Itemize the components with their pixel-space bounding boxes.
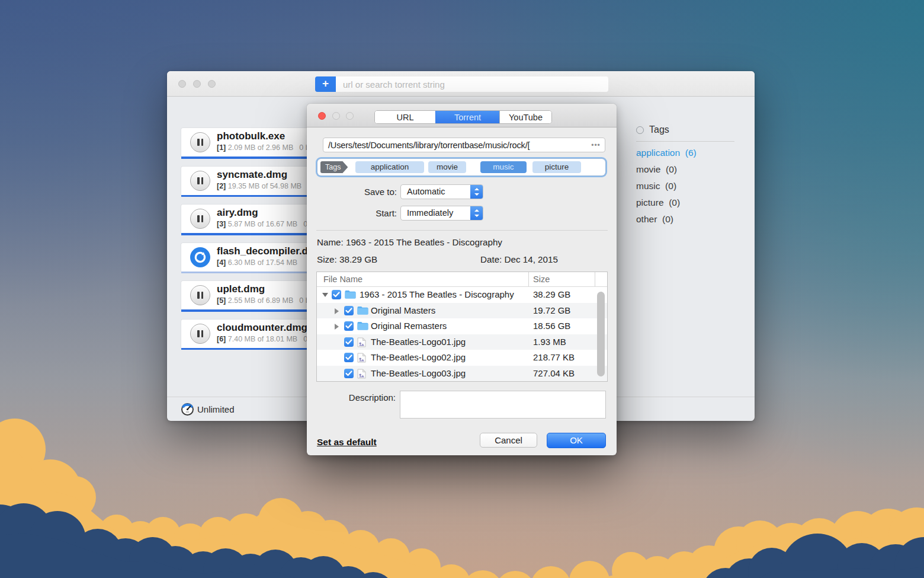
tag-filter-movie[interactable]: movie (0) bbox=[636, 164, 744, 175]
download-index: [6] bbox=[217, 335, 226, 343]
checkbox-checked[interactable] bbox=[332, 290, 341, 299]
resume-icon[interactable] bbox=[190, 247, 210, 267]
checkbox-checked[interactable] bbox=[344, 369, 354, 378]
dropdown-chevrons-icon bbox=[470, 206, 483, 220]
tag-filter-music[interactable]: music (0) bbox=[636, 181, 744, 191]
tags-panel-header: Tags bbox=[636, 124, 744, 135]
main-titlebar[interactable]: + bbox=[167, 71, 755, 97]
disclosure-collapsed-icon[interactable] bbox=[335, 324, 339, 330]
image-file-icon bbox=[357, 337, 366, 347]
start-value: Immediately bbox=[407, 208, 453, 218]
file-name: Original Remasters bbox=[371, 321, 447, 331]
checkbox-checked[interactable] bbox=[344, 337, 354, 347]
tags-panel: Tags application (6) movie (0) music (0)… bbox=[636, 124, 744, 225]
table-row[interactable]: Original Masters 19.72 GB bbox=[317, 303, 607, 319]
speed-limit-label[interactable]: Unlimited bbox=[197, 404, 235, 414]
tag-filter-count: (6) bbox=[685, 148, 697, 158]
tag-pill-movie[interactable]: movie bbox=[428, 161, 466, 173]
close-button[interactable] bbox=[178, 80, 186, 88]
pause-icon[interactable] bbox=[190, 171, 210, 191]
tab-url[interactable]: URL bbox=[375, 111, 435, 123]
tab-youtube[interactable]: YouTube bbox=[499, 111, 551, 123]
tag-filter-application[interactable]: application (6) bbox=[636, 148, 744, 158]
column-size[interactable]: Size bbox=[533, 274, 550, 284]
tag-filter-picture[interactable]: picture (0) bbox=[636, 197, 744, 208]
dialog-titlebar[interactable]: URL Torrent YouTube bbox=[307, 104, 617, 127]
torrent-path-field[interactable]: /Users/test/Documents/library/torrentbas… bbox=[323, 138, 605, 152]
torrent-date-value: Dec 14, 2015 bbox=[505, 254, 558, 264]
tag-pill-application[interactable]: application bbox=[355, 161, 424, 173]
add-download-button[interactable]: + bbox=[315, 76, 336, 92]
pause-icon[interactable] bbox=[190, 324, 210, 344]
search-input[interactable] bbox=[336, 76, 608, 92]
folder-icon bbox=[345, 290, 356, 299]
zoom-button[interactable] bbox=[208, 80, 216, 88]
checkbox-checked[interactable] bbox=[344, 321, 354, 331]
speedometer-icon[interactable] bbox=[181, 403, 194, 416]
file-size: 1.93 MB bbox=[533, 337, 566, 347]
footer-status-bar: Unlimited bbox=[181, 403, 235, 416]
download-index: [2] bbox=[217, 182, 226, 190]
table-row[interactable]: The-Beatles-Logo01.jpg 1.93 MB bbox=[317, 334, 607, 350]
name-label: Name: bbox=[317, 237, 344, 247]
dropdown-chevrons-icon bbox=[470, 185, 483, 199]
minimize-button[interactable] bbox=[193, 80, 201, 88]
torrent-path-value[interactable]: /Users/test/Documents/library/torrentbas… bbox=[323, 140, 587, 150]
download-title: syncmate.dmg bbox=[217, 169, 287, 181]
pause-icon[interactable] bbox=[190, 209, 210, 229]
description-label: Description: bbox=[307, 392, 396, 403]
dialog-close-button[interactable] bbox=[318, 112, 326, 120]
tag-filter-label: other bbox=[636, 214, 657, 224]
tags-selector: Tags application movie music picture bbox=[317, 159, 605, 175]
tag-pill-picture[interactable]: picture bbox=[532, 161, 581, 173]
file-name: The-Beatles-Logo02.jpg bbox=[371, 352, 466, 362]
browse-ellipsis-button[interactable]: ••• bbox=[587, 141, 605, 149]
column-file-name[interactable]: File Name bbox=[323, 274, 362, 284]
tab-torrent[interactable]: Torrent bbox=[435, 111, 499, 123]
file-size: 727.04 KB bbox=[533, 368, 575, 378]
pause-icon[interactable] bbox=[190, 285, 210, 305]
image-file-icon bbox=[357, 369, 366, 379]
download-size-text: 5.87 MB of 16.67 MB bbox=[228, 220, 297, 228]
table-row[interactable]: The-Beatles-Logo03.jpg 727.04 KB bbox=[317, 366, 607, 382]
checkbox-checked[interactable] bbox=[344, 353, 354, 362]
table-row[interactable]: Original Remasters 18.56 GB bbox=[317, 318, 607, 334]
download-index: [1] bbox=[217, 143, 226, 152]
table-scrollbar[interactable] bbox=[597, 292, 605, 376]
start-dropdown[interactable]: Immediately bbox=[400, 206, 483, 221]
tag-filter-label: picture bbox=[636, 197, 664, 207]
tag-filter-other[interactable]: other (0) bbox=[636, 214, 744, 225]
table-row[interactable]: The-Beatles-Logo02.jpg 218.77 KB bbox=[317, 350, 607, 366]
table-row[interactable]: 1963 - 2015 The Beatles - Discography 38… bbox=[317, 287, 607, 303]
torrent-name-value: 1963 - 2015 The Beatles - Discography bbox=[346, 237, 502, 247]
file-size: 18.56 GB bbox=[533, 321, 570, 331]
column-divider bbox=[595, 272, 595, 286]
disclosure-collapsed-icon[interactable] bbox=[335, 308, 339, 314]
save-to-dropdown[interactable]: Automatic bbox=[400, 184, 483, 199]
file-size: 218.77 KB bbox=[533, 352, 575, 362]
torrent-size-line: Size: 38.29 GB bbox=[317, 254, 377, 264]
checkbox-checked[interactable] bbox=[344, 306, 354, 315]
folder-icon bbox=[357, 321, 368, 330]
dialog-minimize-button bbox=[332, 112, 340, 120]
description-textarea[interactable] bbox=[400, 391, 606, 419]
add-torrent-dialog: URL Torrent YouTube /Users/test/Document… bbox=[307, 104, 617, 455]
download-progress: [6] 7.40 MB of 18.01 MB0 b/s bbox=[217, 335, 319, 343]
download-title: uplet.dmg bbox=[217, 283, 265, 295]
tag-filter-label: movie bbox=[636, 164, 660, 174]
tags-selector-label: Tags bbox=[320, 161, 348, 173]
torrent-name-line: Name: 1963 - 2015 The Beatles - Discogra… bbox=[317, 237, 502, 247]
tag-filter-label: application bbox=[636, 148, 680, 158]
disclosure-expanded-icon[interactable] bbox=[322, 293, 328, 297]
tag-filter-label: music bbox=[636, 181, 660, 191]
save-to-value: Automatic bbox=[407, 187, 445, 196]
file-tree-table: File Name Size 1963 - 2015 The Beatles -… bbox=[316, 272, 608, 382]
download-index: [5] bbox=[217, 296, 226, 305]
download-progress: [5] 2.55 MB of 6.89 MB0 b/s bbox=[217, 296, 315, 305]
ok-button[interactable]: OK bbox=[547, 433, 606, 448]
file-size: 19.72 GB bbox=[533, 305, 570, 315]
pause-icon[interactable] bbox=[190, 132, 210, 152]
tag-pill-music[interactable]: music bbox=[480, 161, 527, 173]
cancel-button[interactable]: Cancel bbox=[480, 433, 537, 448]
set-as-default-link[interactable]: Set as default bbox=[317, 437, 377, 448]
